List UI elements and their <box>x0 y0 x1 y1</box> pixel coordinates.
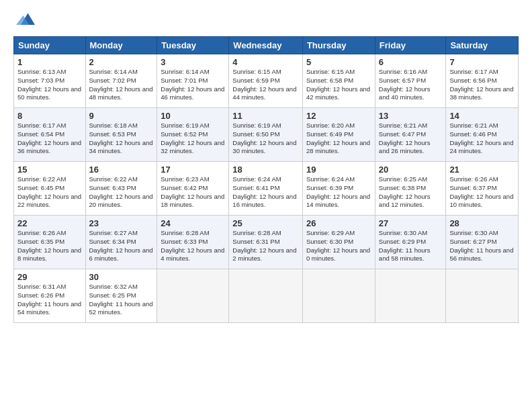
calendar-day-cell: 8Sunrise: 6:17 AMSunset: 6:54 PMDaylight… <box>14 108 86 162</box>
calendar-week-row: 1Sunrise: 6:13 AMSunset: 7:03 PMDaylight… <box>14 54 519 108</box>
day-info: Sunrise: 6:23 AMSunset: 6:42 PMDaylight:… <box>161 175 225 210</box>
day-number: 21 <box>449 165 515 175</box>
calendar-day-cell: 17Sunrise: 6:23 AMSunset: 6:42 PMDayligh… <box>157 162 229 216</box>
day-number: 26 <box>306 218 371 228</box>
calendar-day-cell: 2Sunrise: 6:14 AMSunset: 7:02 PMDaylight… <box>85 54 157 108</box>
day-number: 10 <box>161 111 225 121</box>
day-info: Sunrise: 6:15 AMSunset: 6:58 PMDaylight:… <box>306 68 371 102</box>
calendar-day-cell: 27Sunrise: 6:30 AMSunset: 6:29 PMDayligh… <box>375 216 446 269</box>
day-info: Sunrise: 6:22 AMSunset: 6:43 PMDaylight:… <box>89 175 154 210</box>
day-number: 7 <box>449 57 515 67</box>
logo-icon <box>16 11 35 30</box>
calendar-week-row: 22Sunrise: 6:26 AMSunset: 6:35 PMDayligh… <box>14 216 519 269</box>
calendar-header-monday: Monday <box>85 37 157 54</box>
calendar-header-friday: Friday <box>375 37 446 54</box>
day-info: Sunrise: 6:21 AMSunset: 6:46 PMDaylight:… <box>449 122 515 156</box>
calendar-day-cell <box>302 269 375 323</box>
calendar-day-cell: 23Sunrise: 6:27 AMSunset: 6:34 PMDayligh… <box>85 216 157 269</box>
day-number: 11 <box>232 111 299 121</box>
day-number: 24 <box>161 218 225 228</box>
day-number: 8 <box>17 111 82 121</box>
calendar-header-row: SundayMondayTuesdayWednesdayThursdayFrid… <box>14 37 519 54</box>
day-number: 27 <box>379 218 443 228</box>
calendar-day-cell: 3Sunrise: 6:14 AMSunset: 7:01 PMDaylight… <box>157 54 229 108</box>
day-number: 13 <box>379 111 443 121</box>
calendar-day-cell: 29Sunrise: 6:31 AMSunset: 6:26 PMDayligh… <box>14 269 86 323</box>
day-info: Sunrise: 6:30 AMSunset: 6:29 PMDaylight:… <box>379 229 443 263</box>
day-number: 18 <box>232 165 299 175</box>
day-number: 22 <box>17 218 82 228</box>
day-info: Sunrise: 6:29 AMSunset: 6:30 PMDaylight:… <box>306 229 371 263</box>
day-number: 17 <box>161 165 225 175</box>
day-number: 5 <box>306 57 371 67</box>
day-info: Sunrise: 6:19 AMSunset: 6:52 PMDaylight:… <box>161 122 225 156</box>
day-number: 4 <box>232 57 299 67</box>
day-info: Sunrise: 6:17 AMSunset: 6:54 PMDaylight:… <box>17 122 82 156</box>
calendar-day-cell: 4Sunrise: 6:15 AMSunset: 6:59 PMDaylight… <box>229 54 303 108</box>
day-info: Sunrise: 6:25 AMSunset: 6:38 PMDaylight:… <box>379 175 443 210</box>
day-number: 19 <box>306 165 371 175</box>
calendar-day-cell: 28Sunrise: 6:30 AMSunset: 6:27 PMDayligh… <box>446 216 519 269</box>
calendar-day-cell <box>229 269 303 323</box>
day-number: 12 <box>306 111 371 121</box>
calendar-day-cell: 9Sunrise: 6:18 AMSunset: 6:53 PMDaylight… <box>85 108 157 162</box>
day-info: Sunrise: 6:21 AMSunset: 6:47 PMDaylight:… <box>379 122 443 156</box>
calendar-day-cell: 7Sunrise: 6:17 AMSunset: 6:56 PMDaylight… <box>446 54 519 108</box>
calendar-day-cell: 20Sunrise: 6:25 AMSunset: 6:38 PMDayligh… <box>375 162 446 216</box>
day-number: 29 <box>17 272 82 282</box>
calendar-day-cell: 6Sunrise: 6:16 AMSunset: 6:57 PMDaylight… <box>375 54 446 108</box>
calendar-header-wednesday: Wednesday <box>229 37 303 54</box>
calendar-day-cell: 25Sunrise: 6:28 AMSunset: 6:31 PMDayligh… <box>229 216 303 269</box>
calendar-day-cell: 24Sunrise: 6:28 AMSunset: 6:33 PMDayligh… <box>157 216 229 269</box>
calendar-day-cell: 5Sunrise: 6:15 AMSunset: 6:58 PMDaylight… <box>302 54 375 108</box>
calendar-day-cell: 21Sunrise: 6:26 AMSunset: 6:37 PMDayligh… <box>446 162 519 216</box>
day-number: 28 <box>449 218 515 228</box>
calendar-day-cell <box>375 269 446 323</box>
day-info: Sunrise: 6:28 AMSunset: 6:31 PMDaylight:… <box>232 229 299 263</box>
day-info: Sunrise: 6:24 AMSunset: 6:39 PMDaylight:… <box>306 175 371 210</box>
calendar-day-cell: 11Sunrise: 6:19 AMSunset: 6:50 PMDayligh… <box>229 108 303 162</box>
calendar-day-cell: 22Sunrise: 6:26 AMSunset: 6:35 PMDayligh… <box>14 216 86 269</box>
day-info: Sunrise: 6:15 AMSunset: 6:59 PMDaylight:… <box>232 68 299 102</box>
day-info: Sunrise: 6:26 AMSunset: 6:37 PMDaylight:… <box>449 175 515 210</box>
day-info: Sunrise: 6:22 AMSunset: 6:45 PMDaylight:… <box>17 175 82 210</box>
day-info: Sunrise: 6:20 AMSunset: 6:49 PMDaylight:… <box>306 122 371 156</box>
logo <box>13 11 35 30</box>
calendar-day-cell: 16Sunrise: 6:22 AMSunset: 6:43 PMDayligh… <box>85 162 157 216</box>
day-number: 20 <box>379 165 443 175</box>
day-info: Sunrise: 6:27 AMSunset: 6:34 PMDaylight:… <box>89 229 154 263</box>
day-number: 1 <box>17 57 82 67</box>
calendar-header-sunday: Sunday <box>14 37 86 54</box>
day-number: 14 <box>449 111 515 121</box>
calendar-day-cell: 26Sunrise: 6:29 AMSunset: 6:30 PMDayligh… <box>302 216 375 269</box>
day-info: Sunrise: 6:28 AMSunset: 6:33 PMDaylight:… <box>161 229 225 263</box>
day-number: 9 <box>89 111 154 121</box>
day-number: 30 <box>89 272 154 282</box>
page: SundayMondayTuesdayWednesdayThursdayFrid… <box>0 0 532 330</box>
calendar-day-cell: 18Sunrise: 6:24 AMSunset: 6:41 PMDayligh… <box>229 162 303 216</box>
calendar-day-cell <box>157 269 229 323</box>
day-number: 16 <box>89 165 154 175</box>
calendar-day-cell: 12Sunrise: 6:20 AMSunset: 6:49 PMDayligh… <box>302 108 375 162</box>
calendar-day-cell <box>446 269 519 323</box>
calendar-week-row: 8Sunrise: 6:17 AMSunset: 6:54 PMDaylight… <box>14 108 519 162</box>
calendar-week-row: 29Sunrise: 6:31 AMSunset: 6:26 PMDayligh… <box>14 269 519 323</box>
day-info: Sunrise: 6:19 AMSunset: 6:50 PMDaylight:… <box>232 122 299 156</box>
day-info: Sunrise: 6:16 AMSunset: 6:57 PMDaylight:… <box>379 68 443 102</box>
day-number: 23 <box>89 218 154 228</box>
day-info: Sunrise: 6:31 AMSunset: 6:26 PMDaylight:… <box>17 283 82 317</box>
calendar-day-cell: 14Sunrise: 6:21 AMSunset: 6:46 PMDayligh… <box>446 108 519 162</box>
calendar-header-tuesday: Tuesday <box>157 37 229 54</box>
calendar-day-cell: 19Sunrise: 6:24 AMSunset: 6:39 PMDayligh… <box>302 162 375 216</box>
day-info: Sunrise: 6:30 AMSunset: 6:27 PMDaylight:… <box>449 229 515 263</box>
day-info: Sunrise: 6:26 AMSunset: 6:35 PMDaylight:… <box>17 229 82 263</box>
day-info: Sunrise: 6:13 AMSunset: 7:03 PMDaylight:… <box>17 68 82 102</box>
day-number: 15 <box>17 165 82 175</box>
calendar-header-thursday: Thursday <box>302 37 375 54</box>
calendar-week-row: 15Sunrise: 6:22 AMSunset: 6:45 PMDayligh… <box>14 162 519 216</box>
day-info: Sunrise: 6:32 AMSunset: 6:25 PMDaylight:… <box>89 283 154 317</box>
calendar-day-cell: 1Sunrise: 6:13 AMSunset: 7:03 PMDaylight… <box>14 54 86 108</box>
calendar-day-cell: 15Sunrise: 6:22 AMSunset: 6:45 PMDayligh… <box>14 162 86 216</box>
day-number: 25 <box>232 218 299 228</box>
day-info: Sunrise: 6:14 AMSunset: 7:02 PMDaylight:… <box>89 68 154 102</box>
